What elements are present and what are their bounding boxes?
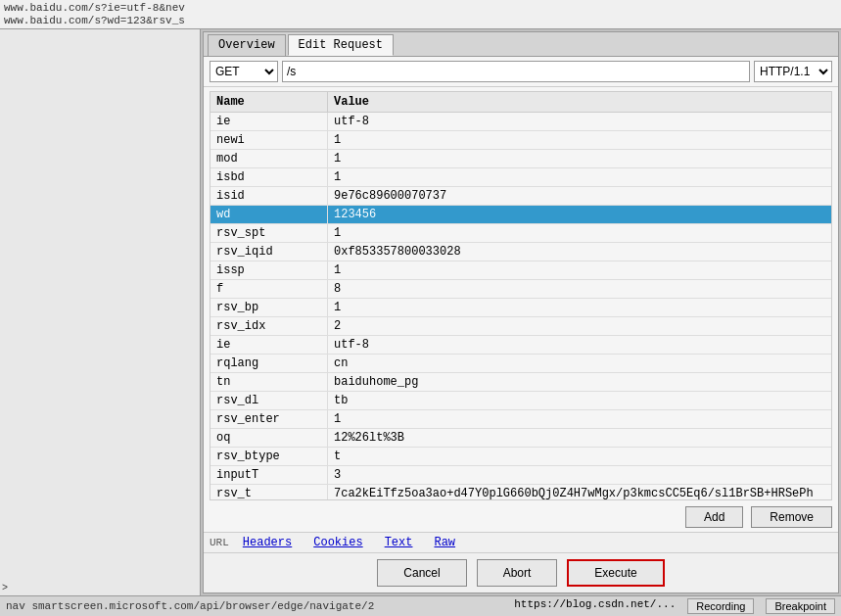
param-name-cell: wd (210, 206, 328, 223)
remove-button[interactable]: Remove (751, 506, 832, 528)
table-row[interactable]: mod1 (210, 150, 831, 168)
table-row[interactable]: isid9e76c89600070737 (210, 187, 831, 206)
param-value-cell: 2 (328, 317, 831, 335)
tab-edit-request[interactable]: Edit Request (288, 34, 394, 56)
table-row[interactable]: newi1 (210, 131, 831, 150)
sub-tab-raw[interactable]: Raw (426, 535, 463, 550)
param-name-cell: rsv_dl (210, 392, 328, 409)
param-value-cell: t (328, 448, 831, 465)
url-input[interactable] (282, 61, 750, 82)
param-value-cell: utf-8 (328, 113, 831, 130)
browser-url-1: www.baidu.com/s?ie=utf-8&nev (4, 2, 185, 14)
param-value-cell: 12%26lt%3B (328, 429, 831, 447)
table-row[interactable]: rsv_btypet (210, 448, 831, 466)
param-value-cell: 1 (328, 261, 831, 279)
status-bar: nav smartscreen.microsoft.com/api/browse… (0, 595, 841, 616)
param-name-cell: inputT (210, 466, 328, 484)
breakpoint-button[interactable]: Breakpoint (766, 598, 835, 614)
param-value-cell: baiduhome_pg (328, 373, 831, 391)
param-value-cell: 1 (328, 150, 831, 167)
execute-button[interactable]: Execute (567, 559, 664, 587)
param-name-cell: oq (210, 429, 328, 447)
table-row[interactable]: rsv_t7ca2kEiTfz5oa3ao+d47Y0plG660bQj0Z4H… (210, 485, 831, 499)
params-section: Name Value ieutf-8newi1mod1isbd1isid9e76… (210, 91, 832, 500)
table-row[interactable]: oq12%26lt%3B (210, 429, 831, 448)
left-sidebar: > (0, 29, 201, 595)
action-row: Cancel Abort Execute (204, 553, 838, 592)
param-name-cell: rsv_idx (210, 317, 328, 335)
table-row[interactable]: rsv_spt1 (210, 224, 831, 243)
param-name-cell: tn (210, 373, 328, 391)
param-name-cell: ie (210, 113, 328, 130)
param-name-cell: rsv_bp (210, 299, 328, 316)
browser-bar: www.baidu.com/s?ie=utf-8&nev www.baidu.c… (0, 0, 841, 29)
sub-tab-bar: URL Headers Cookies Text Raw (204, 532, 838, 553)
param-name-cell: rsv_enter (210, 410, 328, 428)
main-content: > Overview Edit Request GET POST PUT DEL… (0, 29, 841, 595)
param-value-cell: 0xf853357800033028 (328, 243, 831, 261)
param-value-cell: 123456 (328, 206, 831, 223)
table-row[interactable]: inputT3 (210, 466, 831, 485)
param-name-cell: mod (210, 150, 328, 167)
add-button[interactable]: Add (685, 506, 743, 528)
table-row[interactable]: issp1 (210, 261, 831, 280)
param-value-cell: cn (328, 355, 831, 372)
param-name-cell: rsv_t (210, 485, 328, 499)
param-value-cell: 1 (328, 131, 831, 149)
col-value-header: Value (328, 92, 831, 112)
param-value-cell: 1 (328, 168, 831, 186)
status-right-url: https://blog.csdn.net/... (514, 598, 676, 614)
col-name-header: Name (210, 92, 328, 112)
table-row[interactable]: rsv_enter1 (210, 410, 831, 429)
sub-tab-text[interactable]: Text (377, 535, 421, 550)
method-select[interactable]: GET POST PUT DELETE (210, 61, 278, 82)
param-value-cell: 3 (328, 466, 831, 484)
param-value-cell: utf-8 (328, 336, 831, 354)
param-value-cell: 8 (328, 280, 831, 298)
param-value-cell: 1 (328, 410, 831, 428)
table-row[interactable]: f8 (210, 280, 831, 299)
sidebar-nav-url: > (2, 583, 198, 593)
param-value-cell: 1 (328, 224, 831, 242)
params-table[interactable]: ieutf-8newi1mod1isbd1isid9e76c8960007073… (210, 113, 831, 499)
param-value-cell: tb (328, 392, 831, 409)
param-name-cell: ie (210, 336, 328, 354)
status-right: https://blog.csdn.net/... Recording Brea… (514, 598, 835, 614)
add-remove-row: Add Remove (204, 502, 838, 532)
param-name-cell: isid (210, 187, 328, 205)
table-row[interactable]: isbd1 (210, 168, 831, 187)
param-value-cell: 1 (328, 299, 831, 316)
table-row[interactable]: ieutf-8 (210, 113, 831, 131)
tab-bar: Overview Edit Request (204, 32, 838, 57)
table-row[interactable]: tnbaiduhome_pg (210, 373, 831, 392)
cancel-button[interactable]: Cancel (377, 559, 466, 587)
status-left-text: nav smartscreen.microsoft.com/api/browse… (6, 600, 374, 612)
param-name-cell: newi (210, 131, 328, 149)
recording-button[interactable]: Recording (687, 598, 754, 614)
http-version-select[interactable]: HTTP/1.1 HTTP/2 (754, 61, 832, 82)
params-header: Name Value (210, 92, 831, 113)
param-name-cell: f (210, 280, 328, 298)
param-name-cell: rsv_btype (210, 448, 328, 465)
method-url-row: GET POST PUT DELETE HTTP/1.1 HTTP/2 (204, 57, 838, 87)
param-value-cell: 9e76c89600070737 (328, 187, 831, 205)
table-row[interactable]: rsv_dltb (210, 392, 831, 410)
tab-overview[interactable]: Overview (208, 34, 286, 56)
table-row[interactable]: rsv_bp1 (210, 299, 831, 317)
sub-tab-cookies[interactable]: Cookies (305, 535, 370, 550)
table-row[interactable]: wd123456 (210, 206, 831, 224)
dialog-panel: Overview Edit Request GET POST PUT DELET… (203, 31, 839, 593)
table-row[interactable]: ieutf-8 (210, 336, 831, 355)
table-row[interactable]: rsv_iqid0xf853357800033028 (210, 243, 831, 261)
param-name-cell: rqlang (210, 355, 328, 372)
sub-tab-headers[interactable]: Headers (235, 535, 300, 550)
param-value-cell: 7ca2kEiTfz5oa3ao+d47Y0plG660bQj0Z4H7wMgx… (328, 485, 831, 499)
table-row[interactable]: rsv_idx2 (210, 317, 831, 336)
param-name-cell: isbd (210, 168, 328, 186)
abort-button[interactable]: Abort (477, 559, 558, 587)
sub-tab-url-label: URL (210, 537, 229, 548)
param-name-cell: rsv_iqid (210, 243, 328, 261)
browser-url-2: www.baidu.com/s?wd=123&rsv_s (4, 15, 185, 26)
param-name-cell: rsv_spt (210, 224, 328, 242)
table-row[interactable]: rqlangcn (210, 355, 831, 373)
